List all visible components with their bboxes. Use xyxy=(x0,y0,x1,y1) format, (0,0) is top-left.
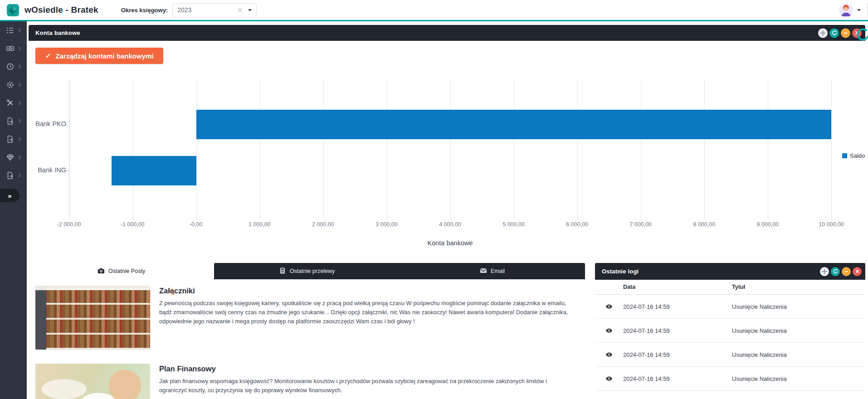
view-log-button[interactable] xyxy=(605,327,613,334)
tab-label: Ostatnie Posty xyxy=(108,268,145,274)
legend-label: Saldo xyxy=(850,152,865,159)
category-label: Bank ING xyxy=(29,166,66,174)
post-title: Plan Finansowy xyxy=(159,365,575,373)
chevron-down-icon[interactable] xyxy=(248,9,252,11)
table-row[interactable]: 2024-07-16 14:59 Usunięcie Naliczenia xyxy=(595,343,865,367)
chevron-right-icon xyxy=(18,155,21,160)
check-icon: ✓ xyxy=(45,52,51,60)
gridline xyxy=(260,79,260,216)
x-tick-label: 5 000,00 xyxy=(484,221,543,228)
chevron-right-icon xyxy=(18,101,21,105)
gridline xyxy=(577,79,578,216)
calculator-icon xyxy=(279,267,286,276)
bar-bank-ing[interactable] xyxy=(112,156,196,185)
tab-label: Ostatnie przelewy xyxy=(290,268,335,274)
chart-legend[interactable]: Saldo xyxy=(842,152,865,159)
category-label: Bank PKO xyxy=(29,120,66,127)
sidebar-collapse-button[interactable]: » xyxy=(0,189,20,202)
tab-ostatnie-przelewy[interactable]: Ostatnie przelewy xyxy=(214,263,400,279)
bank-accounts-chart: Bank PKO Bank ING -2 000,00 -1 000,00 -0… xyxy=(29,68,865,263)
envelope-icon xyxy=(480,267,487,276)
chevron-right-icon xyxy=(18,173,21,178)
topbar: wOsiedle - Bratek Okres księgowy: 2023 xyxy=(0,0,868,21)
log-title: Usunięcie Naliczenia xyxy=(732,351,865,358)
post-text: Z pewnością podczas swojej księgowej kar… xyxy=(159,299,575,326)
eye-icon xyxy=(605,303,613,310)
eye-icon xyxy=(605,351,613,358)
posts-tabs: Ostatnie Posty Ostatnie przelewy Email xyxy=(29,263,585,279)
sidebar: » xyxy=(0,21,27,399)
sidebar-item-payments[interactable] xyxy=(0,39,27,58)
sidebar-item-export-documents[interactable] xyxy=(0,112,27,130)
sidebar-item-premium[interactable] xyxy=(0,148,27,166)
table-row[interactable]: 2024-07-16 14:59 Usunięcie Naliczenia xyxy=(595,367,865,391)
bank-panel-header: Konta bankowe xyxy=(29,25,865,41)
window-controls xyxy=(818,28,862,38)
sidebar-item-list[interactable] xyxy=(0,21,27,39)
close-icon xyxy=(855,269,859,273)
clear-icon[interactable] xyxy=(238,8,243,13)
table-row[interactable]: 2024-07-16 14:59 Usunięcie Naliczenia xyxy=(595,319,865,343)
refresh-button[interactable] xyxy=(829,28,839,38)
sidebar-item-history[interactable] xyxy=(0,58,27,76)
clock-icon xyxy=(6,63,15,71)
x-tick-label: 7 000,00 xyxy=(611,221,670,228)
tab-label: Email xyxy=(491,268,505,274)
move-icon xyxy=(820,30,826,36)
tab-ostatnie-posty[interactable]: Ostatnie Posty xyxy=(29,263,214,279)
bar-bank-pko[interactable] xyxy=(196,110,831,139)
sidebar-item-settings[interactable] xyxy=(0,76,27,94)
post-title: Załączniki xyxy=(159,287,575,295)
chart-plot-area: Bank PKO Bank ING xyxy=(69,79,831,216)
sidebar-item-export-data[interactable] xyxy=(0,166,27,185)
x-tick-label: -0,00 xyxy=(166,221,225,228)
move-button[interactable] xyxy=(820,267,829,276)
minimize-button[interactable] xyxy=(842,267,851,276)
minus-icon xyxy=(843,30,848,35)
logs-panel-header: Ostatnie logi xyxy=(595,263,865,280)
category-tick xyxy=(66,170,69,171)
chevron-right-icon xyxy=(18,119,21,123)
avatar[interactable] xyxy=(839,3,853,17)
sidebar-item-tools[interactable] xyxy=(0,94,27,112)
sidebar-item-export-reports[interactable] xyxy=(0,130,27,148)
gem-icon xyxy=(6,153,15,161)
gridline xyxy=(196,79,197,216)
close-button[interactable] xyxy=(853,267,862,276)
move-button[interactable] xyxy=(818,28,828,38)
log-title: Usunięcie Naliczenia xyxy=(732,303,865,310)
minimize-button[interactable] xyxy=(841,28,850,38)
move-icon xyxy=(822,269,827,274)
log-title: Usunięcie Naliczenia xyxy=(732,327,865,334)
gridline xyxy=(514,79,514,216)
gridline xyxy=(323,79,324,216)
close-button[interactable] xyxy=(852,28,862,38)
period-select[interactable]: 2023 xyxy=(172,3,257,17)
camera-icon xyxy=(98,267,105,276)
tab-email[interactable]: Email xyxy=(400,263,585,279)
view-log-button[interactable] xyxy=(605,351,613,358)
period-label: Okres księgowy: xyxy=(121,7,168,14)
category-tick xyxy=(66,124,69,125)
manage-bank-accounts-button[interactable]: ✓ Zarządzaj kontami bankowymi xyxy=(35,48,163,64)
file-export-icon xyxy=(6,117,15,125)
user-menu-chevron-icon[interactable] xyxy=(857,9,861,11)
x-tick-label: 4 000,00 xyxy=(421,221,480,228)
gridline xyxy=(133,79,133,216)
chevron-right-icon xyxy=(18,83,21,87)
view-log-button[interactable] xyxy=(605,375,613,382)
x-tick-label: 3 000,00 xyxy=(357,221,416,228)
manage-bank-accounts-label: Zarządzaj kontami bankowymi xyxy=(56,52,154,60)
refresh-button[interactable] xyxy=(831,267,840,276)
close-icon xyxy=(855,31,859,35)
post-item[interactable]: Załączniki Z pewnością podczas swojej ks… xyxy=(35,286,575,350)
log-date: 2024-07-16 14:59 xyxy=(623,327,732,334)
post-content: Załączniki Z pewnością podczas swojej ks… xyxy=(159,286,575,350)
post-item[interactable]: Plan Finansowy Jak plan finansowy wspoma… xyxy=(35,364,575,399)
view-log-button[interactable] xyxy=(605,303,613,310)
chevron-right-icon xyxy=(18,137,21,141)
x-axis-title: Konta bankowe xyxy=(69,239,831,247)
file-export-icon xyxy=(6,135,15,143)
table-row[interactable]: 2024-07-16 14:59 Usunięcie Naliczenia xyxy=(595,295,865,319)
column-header-data: Data xyxy=(623,284,732,290)
